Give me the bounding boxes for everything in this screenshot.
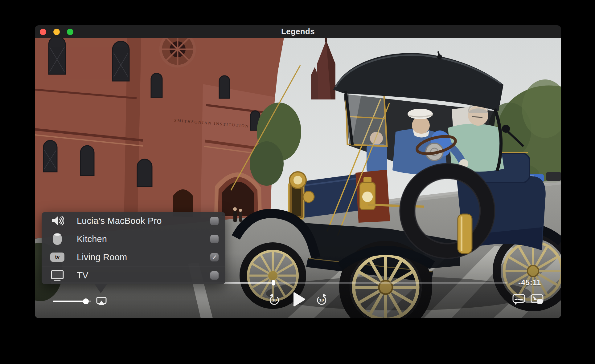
volume-knob[interactable] [83,298,89,304]
speaker-icon [50,215,65,226]
menu-item-kitchen[interactable]: Kitchen [42,230,225,248]
airplay-icon [96,297,107,306]
skip-forward-10-icon: 10 [315,293,328,306]
skip-forward-10-button[interactable]: 10 [314,292,329,307]
play-icon [293,292,305,306]
airplay-device-menu: Lucia’s MacBook Pro Kitchen tv [42,212,225,284]
checkbox-kitchen[interactable] [210,235,219,243]
menu-item-macbook[interactable]: Lucia’s MacBook Pro [42,212,225,230]
titlebar[interactable]: Legends [35,25,561,38]
skip-back-10-button[interactable]: 10 [267,292,282,307]
popup-arrow [95,284,107,293]
checkmark: ✓ [212,254,217,261]
subtitles-icon [512,294,525,305]
menu-item-tv[interactable]: TV [42,266,225,284]
homepod-icon [50,232,65,246]
tv-display-icon [50,269,65,281]
smithsonian-castle: SMITHSONIAN INSTITUTION [35,38,284,239]
time-remaining: -45:11 [518,278,541,287]
video-player[interactable]: SMITHSONIAN INSTITUTION [35,38,561,318]
volume-slider[interactable] [53,297,91,306]
checkbox-tv[interactable] [210,271,219,280]
menu-item-label: Kitchen [77,234,107,244]
airplay-button[interactable] [94,294,109,309]
play-button[interactable] [292,292,307,307]
svg-text:10: 10 [272,298,277,302]
menu-item-living-room[interactable]: tv Living Room ✓ [42,248,225,266]
window-title: Legends [35,25,561,38]
pip-button[interactable] [530,292,544,307]
desktop-background: Legends [0,0,595,364]
quicktime-window: Legends [35,25,561,318]
pip-icon [531,294,544,305]
menu-item-label: TV [77,270,88,281]
checkbox-macbook[interactable] [210,217,219,225]
svg-text:10: 10 [319,298,324,302]
menu-item-label: Living Room [77,252,127,262]
checkbox-living-room[interactable]: ✓ [210,253,219,261]
subtitles-button[interactable] [511,292,526,307]
apple-tv-icon: tv [50,253,65,262]
menu-item-label: Lucia’s MacBook Pro [77,216,162,226]
volume-fill [53,301,86,302]
playhead[interactable] [272,280,275,285]
skip-back-10-icon: 10 [268,293,281,306]
